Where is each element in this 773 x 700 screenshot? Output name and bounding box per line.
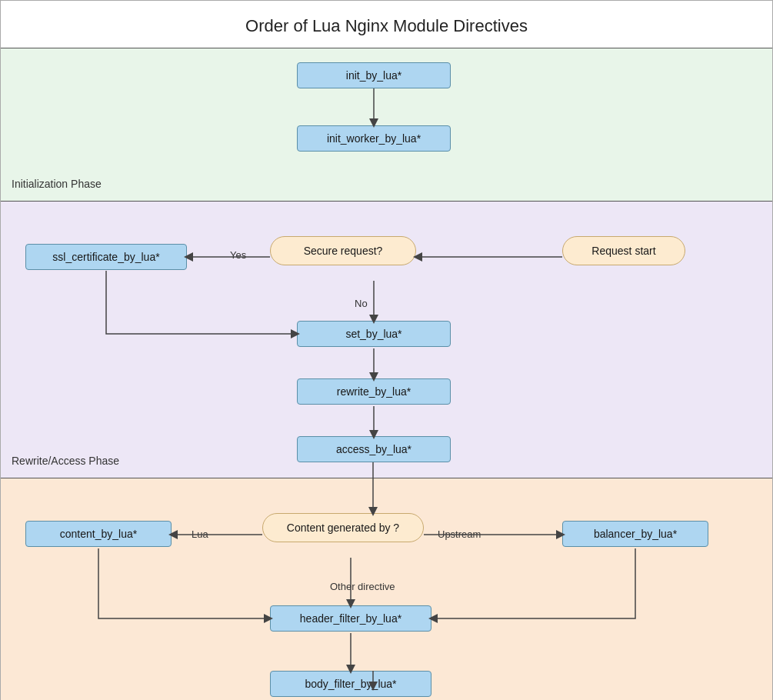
box-rewrite-by-lua: rewrite_by_lua* [297, 378, 451, 405]
box-header-filter: header_filter_by_lua* [270, 605, 431, 632]
diagram-title: Order of Lua Nginx Module Directives [1, 1, 772, 48]
phase-init: init_by_lua* init_worker_by_lua* Initial… [1, 48, 772, 202]
label-yes: Yes [230, 249, 246, 261]
label-no: No [355, 298, 368, 309]
box-body-filter: body_filter_by_lua* [270, 671, 431, 697]
box-balancer-by-lua: balancer_by_lua* [562, 521, 708, 547]
label-other: Other directive [330, 581, 395, 592]
diagram-container: Order of Lua Nginx Module Directives ini… [0, 0, 773, 700]
label-upstream: Upstream [438, 528, 481, 540]
box-init-worker-by-lua: init_worker_by_lua* [297, 125, 451, 152]
box-access-by-lua: access_by_lua* [297, 436, 451, 462]
box-secure-request: Secure request? [270, 236, 416, 265]
phase-content: content_by_lua* Content generated by ? b… [1, 478, 772, 700]
box-content-by-lua: content_by_lua* [25, 521, 172, 547]
label-lua: Lua [192, 528, 208, 540]
box-ssl-certificate: ssl_certificate_by_lua* [25, 244, 187, 270]
box-init-by-lua: init_by_lua* [297, 62, 451, 88]
phase-rewrite: ssl_certificate_by_lua* Secure request? … [1, 202, 772, 478]
phase-rewrite-label: Rewrite/Access Phase [12, 455, 119, 467]
phase-init-label: Initialization Phase [12, 178, 102, 190]
box-request-start: Request start [562, 236, 685, 265]
box-content-generated: Content generated by ? [262, 513, 424, 542]
box-set-by-lua: set_by_lua* [297, 321, 451, 347]
